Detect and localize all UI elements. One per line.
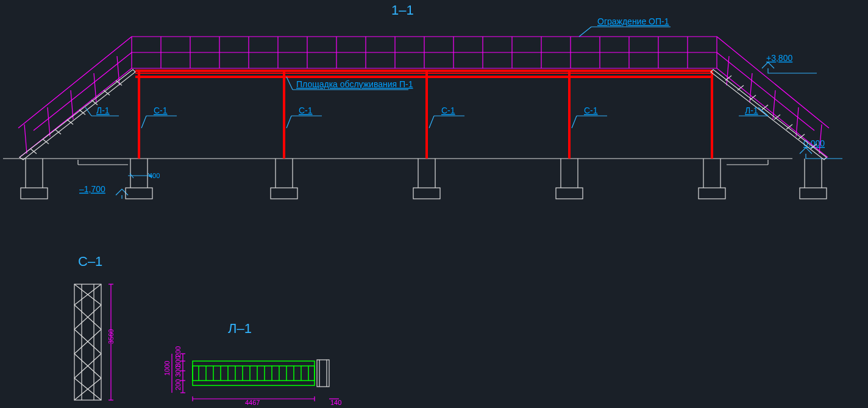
svg-rect-3 bbox=[21, 188, 48, 199]
railing-leader: Ограждение ОП-1 bbox=[579, 16, 671, 37]
columns bbox=[139, 71, 712, 159]
stair-dim-d: 200 bbox=[174, 379, 182, 390]
elev-foot-value: –1,700 bbox=[79, 184, 105, 194]
elev-mark-footing: –1,700 bbox=[79, 184, 128, 199]
svg-rect-17 bbox=[556, 188, 583, 199]
column-label-4: С-1 bbox=[584, 106, 598, 115]
column-label-3: С-1 bbox=[441, 106, 455, 115]
stair-left bbox=[18, 37, 135, 160]
svg-line-65 bbox=[48, 107, 50, 137]
svg-line-98 bbox=[141, 116, 146, 128]
column-label-1: С-1 bbox=[154, 106, 168, 115]
svg-line-104 bbox=[572, 116, 577, 128]
cad-drawing: 1–1 +3,800 0,000 –1,700 bbox=[0, 0, 868, 408]
stair-dim-a: 200 bbox=[174, 346, 182, 357]
detail-column-title: С–1 bbox=[78, 254, 102, 269]
stair-label-left: Л-1 bbox=[96, 106, 110, 115]
railing-label: Ограждение ОП-1 bbox=[597, 16, 669, 26]
stair-label-right: Л-1 bbox=[745, 106, 758, 115]
svg-rect-143 bbox=[317, 360, 329, 387]
column-label-2: С-1 bbox=[299, 106, 313, 115]
svg-line-77 bbox=[717, 37, 829, 128]
detail-stair-title: Л–1 bbox=[228, 321, 252, 336]
svg-line-70 bbox=[43, 139, 49, 144]
railing bbox=[132, 37, 717, 68]
elev-mark-top: +3,800 bbox=[762, 53, 817, 73]
svg-line-94 bbox=[579, 27, 591, 37]
svg-line-96 bbox=[286, 77, 293, 90]
svg-rect-14 bbox=[413, 188, 440, 199]
ground-foundations bbox=[3, 159, 827, 199]
detail-column-height: 3560 bbox=[107, 329, 115, 344]
stair-dim-bottom: 4467 bbox=[245, 399, 260, 406]
dim-400: 400 bbox=[128, 172, 160, 179]
svg-rect-125 bbox=[193, 361, 315, 385]
detail-column: 3560 bbox=[74, 284, 115, 400]
svg-line-72 bbox=[67, 120, 73, 124]
svg-rect-8 bbox=[126, 188, 152, 199]
svg-line-100 bbox=[286, 116, 291, 128]
stair-dim-c: 300 bbox=[174, 366, 182, 377]
platform-leader: Площадка обслуживания П-1 bbox=[286, 77, 413, 90]
stair-dim-right: 140 bbox=[330, 399, 341, 406]
svg-line-71 bbox=[55, 129, 61, 134]
svg-line-66 bbox=[71, 90, 73, 120]
elev-top-value: +3,800 bbox=[766, 53, 792, 63]
stair-dim-total: 1000 bbox=[163, 361, 171, 376]
svg-rect-11 bbox=[271, 188, 297, 199]
detail-stair: 200 300 300 200 1000 4467 140 bbox=[163, 346, 341, 406]
svg-rect-20 bbox=[699, 188, 725, 199]
column-labels: С-1 С-1 С-1 С-1 bbox=[141, 106, 607, 128]
platform-label: Площадка обслуживания П-1 bbox=[296, 79, 413, 89]
svg-line-83 bbox=[796, 107, 799, 137]
svg-rect-23 bbox=[800, 188, 827, 199]
svg-rect-126 bbox=[193, 366, 315, 381]
section-title: 1–1 bbox=[391, 2, 414, 18]
dim-400-value: 400 bbox=[149, 172, 160, 179]
stair-dim-b: 300 bbox=[174, 356, 182, 367]
svg-line-64 bbox=[24, 124, 27, 154]
svg-line-102 bbox=[429, 116, 434, 128]
